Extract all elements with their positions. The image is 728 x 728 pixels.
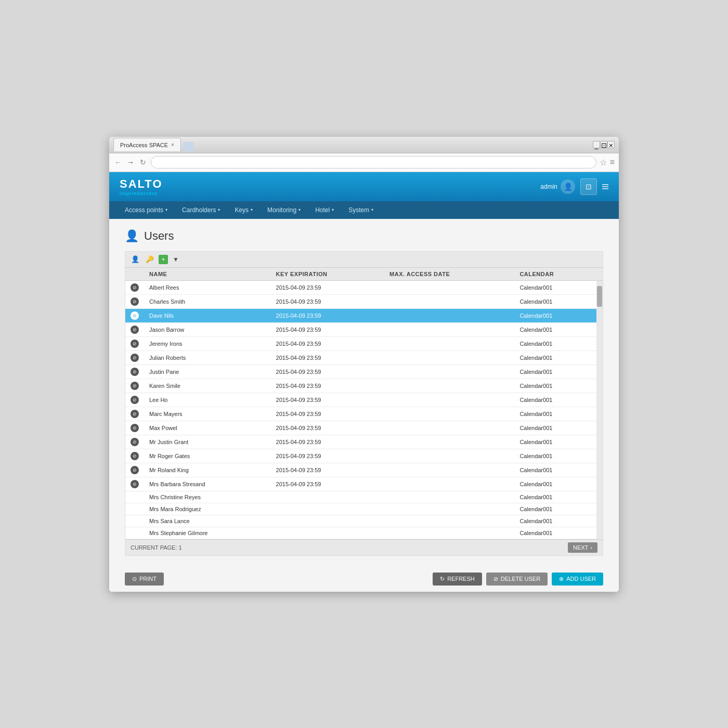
table-row[interactable]: ⊘Justin Pane2015-04-09 23:59Calendar001 — [125, 365, 603, 379]
refresh-nav-btn[interactable]: ↻ — [138, 158, 148, 167]
nav-system[interactable]: System ▾ — [341, 201, 381, 219]
table-row[interactable]: ⊘Julian Roberts2015-04-09 23:59Calendar0… — [125, 350, 603, 365]
col-key-expiration: KEY EXPIRATION — [271, 268, 385, 281]
table-row[interactable]: ⊘Mrs Barbara Stresand2015-04-09 23:59Cal… — [125, 477, 603, 491]
row-status-icon: ⊘ — [131, 438, 139, 446]
row-key-expiration: 2015-04-09 23:59 — [271, 322, 385, 336]
bookmark-btn[interactable]: ☆ — [600, 158, 607, 167]
row-name: Mrs Stephanie Gilmore — [144, 527, 271, 539]
delete-label: DELETE USER — [501, 576, 540, 582]
row-max-access — [384, 527, 514, 539]
minimize-btn[interactable]: _ — [593, 141, 600, 148]
col-scrollbar — [596, 268, 603, 281]
nav-access-points-arrow: ▾ — [165, 207, 167, 212]
new-tab-btn[interactable] — [183, 142, 193, 151]
print-icon: ⊙ — [132, 576, 137, 582]
add-icon: ⊕ — [559, 576, 564, 582]
browser-menu-btn[interactable]: ≡ — [610, 158, 615, 167]
table-row[interactable]: Mrs Sara LanceCalendar001 — [125, 515, 603, 527]
row-calendar: Calendar001 — [514, 280, 596, 294]
logo-sub-prefix: inspired — [120, 191, 140, 196]
row-name: Max Powel — [144, 421, 271, 435]
row-calendar: Calendar001 — [514, 491, 596, 503]
row-calendar: Calendar001 — [514, 449, 596, 463]
table-row[interactable]: ⊘Mr Justin Grant2015-04-09 23:59Calendar… — [125, 435, 603, 449]
row-key-expiration — [271, 503, 385, 515]
restore-btn[interactable]: ⊡ — [600, 141, 607, 148]
row-calendar: Calendar001 — [514, 477, 596, 491]
page-title-row: 👤 Users — [125, 229, 603, 243]
nav-keys-arrow: ▾ — [251, 207, 253, 212]
toolbar-filter-btn[interactable]: ▼ — [171, 255, 180, 264]
toolbar-add-btn[interactable]: + — [159, 255, 168, 264]
row-max-access — [384, 503, 514, 515]
back-btn[interactable]: ← — [113, 158, 123, 167]
nav-hotel[interactable]: Hotel ▾ — [308, 201, 341, 219]
row-calendar: Calendar001 — [514, 322, 596, 336]
row-name: Karen Smile — [144, 379, 271, 393]
nav-monitoring-arrow: ▾ — [298, 207, 301, 212]
table-row[interactable]: ⊘Charles Smith2015-04-09 23:59Calendar00… — [125, 294, 603, 308]
print-label: PRINT — [139, 576, 157, 582]
refresh-btn[interactable]: ↻ REFRESH — [433, 573, 482, 586]
table-row[interactable]: ⊘Lee Ho2015-04-09 23:59Calendar001 — [125, 393, 603, 407]
delete-user-btn[interactable]: ⊘ DELETE USER — [486, 573, 548, 586]
row-key-expiration: 2015-04-09 23:59 — [271, 379, 385, 393]
tab-close-btn[interactable]: × — [171, 142, 174, 148]
toolbar-key-icon-btn[interactable]: 🔑 — [144, 254, 155, 265]
row-name: Mr Justin Grant — [144, 435, 271, 449]
table-row[interactable]: ⊘Mr Roger Gates2015-04-09 23:59Calendar0… — [125, 449, 603, 463]
table-row[interactable]: ⊘Karen Smile2015-04-09 23:59Calendar001 — [125, 379, 603, 393]
row-key-expiration — [271, 515, 385, 527]
row-max-access — [384, 379, 514, 393]
table-row[interactable]: Mrs Mara RodriguezCalendar001 — [125, 503, 603, 515]
users-table: NAME KEY EXPIRATION MAX. ACCESS DATE CAL… — [125, 268, 603, 539]
table-row[interactable]: ⊘Albert Rees2015-04-09 23:59Calendar001 — [125, 280, 603, 294]
nav-keys[interactable]: Keys ▾ — [227, 201, 260, 219]
table-row[interactable]: ⊘Dave Nils2015-04-09 23:59Calendar001 — [125, 308, 603, 322]
nav-monitoring-label: Monitoring — [267, 206, 296, 214]
table-row[interactable]: Mrs Christine ReyesCalendar001 — [125, 491, 603, 503]
table-row[interactable]: ⊘Max Powel2015-04-09 23:59Calendar001 — [125, 421, 603, 435]
address-input[interactable] — [151, 156, 596, 168]
delete-icon: ⊘ — [493, 576, 498, 582]
row-max-access — [384, 336, 514, 350]
row-key-expiration: 2015-04-09 23:59 — [271, 393, 385, 407]
monitor-btn[interactable]: ⊡ — [580, 178, 597, 195]
row-name: Lee Ho — [144, 393, 271, 407]
browser-tab[interactable]: ProAccess SPACE × — [113, 138, 181, 151]
logo-area: SALTO inspiredaccess — [120, 177, 163, 196]
row-calendar: Calendar001 — [514, 294, 596, 308]
toolbar-user-icon-btn[interactable]: 👤 — [129, 254, 141, 265]
row-name: Mr Roland King — [144, 463, 271, 477]
nav-access-points[interactable]: Access points ▾ — [118, 201, 175, 219]
table-row[interactable]: ⊘Jason Barrow2015-04-09 23:59Calendar001 — [125, 322, 603, 336]
forward-btn[interactable]: → — [126, 158, 135, 167]
admin-label: admin — [540, 183, 557, 190]
row-key-expiration: 2015-04-09 23:59 — [271, 421, 385, 435]
title-bar: ProAccess SPACE × _ ⊡ × — [109, 137, 619, 153]
row-status-icon: ⊘ — [131, 424, 139, 432]
print-btn[interactable]: ⊙ PRINT — [125, 573, 164, 586]
settings-stacked-icon[interactable] — [602, 184, 608, 189]
nav-monitoring[interactable]: Monitoring ▾ — [260, 201, 308, 219]
row-max-access — [384, 515, 514, 527]
row-name: Mrs Christine Reyes — [144, 491, 271, 503]
row-name: Justin Pane — [144, 365, 271, 379]
row-name: Marc Mayers — [144, 407, 271, 421]
address-bar: ← → ↻ ☆ ≡ — [109, 153, 619, 172]
add-label: ADD USER — [566, 576, 596, 582]
nav-cardholders[interactable]: Cardholders ▾ — [175, 201, 227, 219]
close-btn[interactable]: × — [607, 141, 615, 148]
nav-hotel-arrow: ▾ — [332, 207, 334, 212]
row-max-access — [384, 322, 514, 336]
table-row[interactable]: ⊘Mr Roland King2015-04-09 23:59Calendar0… — [125, 463, 603, 477]
row-name: Albert Rees — [144, 280, 271, 294]
next-page-btn[interactable]: NEXT › — [568, 542, 597, 553]
table-row[interactable]: ⊘Marc Mayers2015-04-09 23:59Calendar001 — [125, 407, 603, 421]
row-name: Mrs Barbara Stresand — [144, 477, 271, 491]
add-user-btn[interactable]: ⊕ ADD USER — [552, 573, 603, 586]
table-row[interactable]: Mrs Stephanie GilmoreCalendar001 — [125, 527, 603, 539]
table-row[interactable]: ⊘Jeremy Irons2015-04-09 23:59Calendar001 — [125, 336, 603, 350]
row-max-access — [384, 294, 514, 308]
